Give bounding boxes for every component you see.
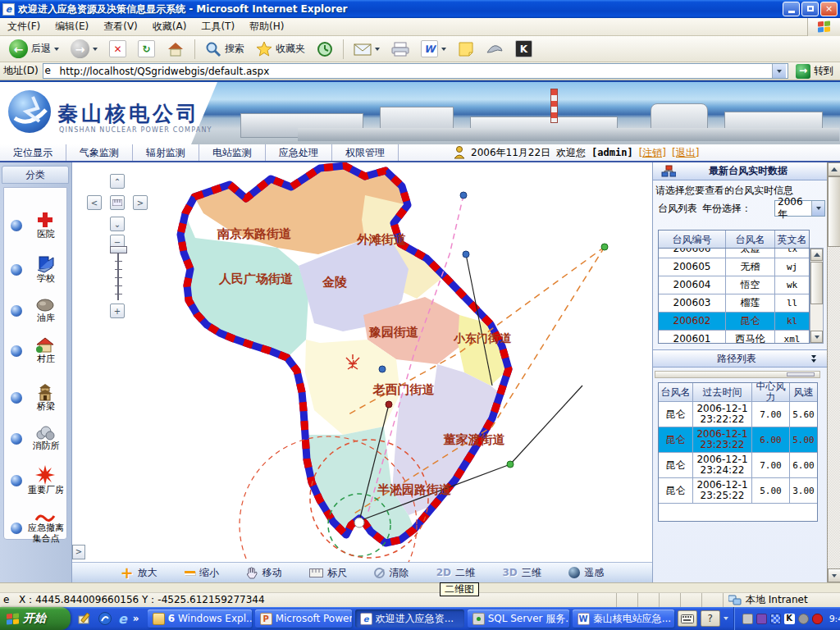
address-dropdown-button[interactable] bbox=[772, 64, 786, 78]
ruler-button[interactable]: 标尺 bbox=[309, 566, 347, 580]
tool-claw-button[interactable] bbox=[482, 39, 508, 60]
scroll-thumb[interactable] bbox=[810, 262, 823, 304]
tray-kaspersky-icon[interactable]: K bbox=[784, 614, 795, 624]
address-input[interactable]: e http://localhost/QSgridwebgis/default.… bbox=[43, 63, 788, 79]
sidebar-item-important-plant[interactable]: 重要厂房 bbox=[4, 465, 68, 495]
home-button[interactable] bbox=[162, 39, 189, 60]
track-point-blue[interactable] bbox=[463, 251, 469, 258]
typhoon-row-selected[interactable]: 200602 昆仑 kl bbox=[659, 313, 809, 331]
map-area[interactable]: 南京东路街道 外滩街道 人民广场街道 金陵 豫园街道 小东门街道 老西门街道 董… bbox=[72, 162, 652, 582]
zoom-slider-track[interactable] bbox=[115, 253, 122, 300]
search-button[interactable]: 搜索 bbox=[201, 39, 249, 60]
typhoon-row[interactable]: 200604 悟空 wk bbox=[659, 276, 809, 294]
page-scroll-thumb[interactable] bbox=[828, 176, 840, 247]
quick-launch-overflow-icon[interactable]: » bbox=[133, 613, 139, 624]
mail-button[interactable] bbox=[349, 40, 384, 58]
pan-left-button[interactable]: < bbox=[87, 195, 102, 210]
tab-radiation-monitor[interactable]: 辐射监测 bbox=[133, 144, 199, 161]
tray-volume-icon[interactable] bbox=[798, 614, 809, 624]
sphere-bullet-icon[interactable] bbox=[11, 475, 22, 486]
note-button[interactable] bbox=[454, 39, 478, 60]
sidebar-item-oil-depot[interactable]: 油库 bbox=[4, 298, 68, 323]
tab-permission-manage[interactable]: 权限管理 bbox=[332, 144, 399, 161]
back-button[interactable]: ← 后退 bbox=[5, 37, 63, 61]
sidebar-item-assembly-point[interactable]: 应急撤离集合点 bbox=[4, 513, 68, 544]
sidebar-item-fire-station[interactable]: 消防所 bbox=[4, 426, 68, 451]
menu-edit[interactable]: 编辑(E) bbox=[48, 18, 96, 35]
pan-down-button[interactable]: ⌄ bbox=[110, 217, 125, 231]
refresh-button[interactable]: ↻ bbox=[134, 38, 159, 60]
menu-help[interactable]: 帮助(H) bbox=[242, 18, 291, 35]
path-row[interactable]: 昆仑 2006-12-123:22:22 7.00 5.60 bbox=[659, 402, 817, 427]
language-bar-options-icon[interactable] bbox=[724, 617, 728, 620]
typhoon-row[interactable]: 200605 无稽 wj bbox=[659, 258, 809, 276]
zoom-out-button[interactable]: 缩小 bbox=[185, 566, 219, 580]
typhoon-row[interactable]: 200606 太虚 tx bbox=[659, 248, 809, 258]
typhoon-center-point[interactable] bbox=[354, 518, 364, 527]
track-point-green[interactable] bbox=[507, 461, 514, 468]
edit-word-button[interactable]: W bbox=[417, 38, 450, 60]
view-3d-button[interactable]: 3D 三维 bbox=[502, 566, 541, 580]
task-powerpoint[interactable]: P Microsoft PowerP... bbox=[255, 609, 352, 628]
tray-ati-icon[interactable] bbox=[812, 614, 823, 624]
sphere-bullet-icon[interactable] bbox=[11, 433, 22, 445]
start-button[interactable]: 开始 bbox=[0, 607, 71, 630]
menu-file[interactable]: 文件(F) bbox=[0, 18, 48, 35]
remote-sensing-button[interactable]: 遥感 bbox=[568, 566, 604, 580]
pan-up-button[interactable]: ⌃ bbox=[110, 174, 125, 189]
msn-icon[interactable] bbox=[98, 611, 112, 626]
map-svg[interactable]: 南京东路街道 外滩街道 人民广场街道 金陵 豫园街道 小东门街道 老西门街道 董… bbox=[72, 162, 652, 562]
tray-grid-icon[interactable] bbox=[770, 614, 781, 624]
show-desktop-icon[interactable] bbox=[77, 611, 92, 626]
tab-emergency-handle[interactable]: 应急处理 bbox=[266, 144, 332, 161]
path-list-header[interactable]: 路径列表 bbox=[653, 349, 828, 368]
path-row[interactable]: 昆仑 2006-12-123:24:22 7.00 6.00 bbox=[659, 453, 817, 478]
minimize-button[interactable] bbox=[783, 2, 800, 16]
expand-panel-button[interactable]: > bbox=[72, 545, 85, 559]
page-scrollbar[interactable] bbox=[827, 162, 840, 582]
favorites-button[interactable]: 收藏夹 bbox=[252, 39, 309, 60]
track-point-red[interactable] bbox=[386, 401, 392, 408]
zoom-in-button[interactable]: + 放大 bbox=[121, 566, 158, 580]
exit-link[interactable]: [退出] bbox=[672, 146, 699, 160]
path-splitter[interactable] bbox=[655, 371, 820, 378]
sphere-bullet-icon[interactable] bbox=[11, 523, 22, 534]
help-language-button[interactable]: ? bbox=[701, 610, 720, 627]
view-2d-button[interactable]: 2D 二维 bbox=[436, 566, 475, 580]
sphere-bullet-icon[interactable] bbox=[11, 305, 22, 317]
history-button[interactable] bbox=[313, 39, 337, 60]
tray-sql-icon[interactable] bbox=[742, 614, 753, 624]
sidebar-item-school[interactable]: 学校 bbox=[4, 255, 68, 284]
path-row-selected[interactable]: 昆仑 2006-12-123:23:22 6.00 5.00 bbox=[659, 427, 817, 453]
tab-station-monitor[interactable]: 电站监测 bbox=[199, 144, 266, 161]
tray-nvidia-icon[interactable] bbox=[756, 614, 767, 624]
sphere-bullet-icon[interactable] bbox=[11, 392, 22, 404]
typhoon-table-scrollbar[interactable] bbox=[810, 248, 824, 344]
clear-button[interactable]: 清除 bbox=[374, 566, 409, 580]
task-windows-explorer-group[interactable]: 6 Windows Expl... bbox=[148, 609, 252, 628]
sphere-bullet-icon[interactable] bbox=[11, 220, 22, 231]
extent-button[interactable] bbox=[110, 195, 125, 210]
keyboard-language-button[interactable] bbox=[678, 610, 697, 627]
year-select[interactable]: 2006年 bbox=[774, 200, 825, 217]
sidebar-item-bridge[interactable]: 桥梁 bbox=[4, 383, 68, 412]
track-point-green[interactable] bbox=[601, 244, 608, 250]
sidebar-item-village[interactable]: 村庄 bbox=[4, 337, 68, 364]
typhoon-row[interactable]: 200601 西马伦 xml bbox=[659, 331, 809, 344]
task-word-doc[interactable]: W 秦山核电站应急... bbox=[573, 609, 674, 628]
go-button[interactable]: → 转到 bbox=[792, 63, 837, 80]
sphere-bullet-icon[interactable] bbox=[11, 345, 22, 357]
restore-button[interactable] bbox=[801, 2, 819, 16]
sidebar-item-hospital[interactable]: 医院 bbox=[4, 211, 68, 240]
menu-favorites[interactable]: 收藏(A) bbox=[145, 18, 194, 35]
menu-tools[interactable]: 工具(T) bbox=[194, 18, 242, 35]
pan-button[interactable]: 移动 bbox=[246, 566, 281, 580]
collapse-chevron-icon[interactable] bbox=[811, 355, 816, 363]
forward-button[interactable]: → bbox=[66, 37, 102, 61]
typhoon-row[interactable]: 200603 榴莲 ll bbox=[659, 294, 809, 313]
track-point-blue[interactable] bbox=[379, 366, 386, 372]
track-point-blue[interactable] bbox=[460, 192, 467, 199]
pan-right-button[interactable]: > bbox=[133, 195, 148, 210]
zoom-in-small-button[interactable]: + bbox=[110, 304, 125, 318]
task-ie-current[interactable]: e 欢迎进入应急资... bbox=[355, 609, 464, 628]
